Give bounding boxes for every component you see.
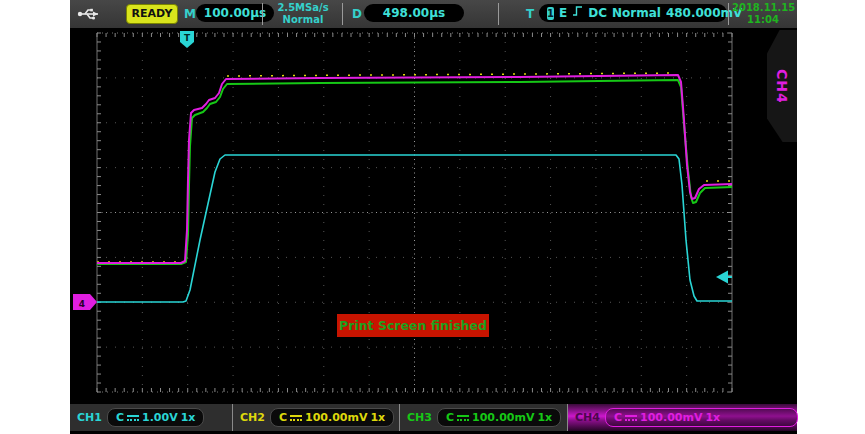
top-status-bar: READY M 100.00µs 2.5MSa/s Normal D 498.0… — [70, 0, 797, 28]
graticule-grid — [97, 33, 732, 392]
trigger-label: T — [526, 7, 534, 21]
ch1-scale-box[interactable]: C 1.00V 1x — [107, 408, 204, 427]
trigger-level: 480.000mV — [666, 4, 742, 22]
ch1-coupling: C — [116, 411, 124, 424]
ch4-scale-box[interactable]: C 100.00mV 1x — [605, 408, 798, 427]
divider — [262, 3, 263, 25]
time-text: 11:04 — [732, 14, 794, 26]
ch4-probe: 1x — [705, 411, 720, 424]
trigger-level-arrow[interactable] — [716, 271, 732, 284]
svg-text:4: 4 — [79, 299, 85, 309]
tab-ch4-label: CH4 — [774, 69, 790, 104]
ch1-probe: 1x — [181, 411, 196, 424]
dc-coupling-icon — [625, 414, 637, 422]
sample-rate: 2.5MSa/s — [268, 2, 338, 14]
ch2-probe: 1x — [370, 411, 385, 424]
channel-status-bar: CH1 C 1.00V 1x CH2 C 100.00mV 1x CH3 — [70, 404, 797, 431]
status-badge: READY — [126, 4, 178, 24]
trigger-info-box[interactable]: 1 E DC Normal 480.000mV — [539, 4, 727, 22]
ch3-scale-box[interactable]: C 100.00mV 1x — [437, 408, 561, 427]
delay-label: D — [352, 7, 362, 21]
delay-value-box[interactable]: 498.00µs — [364, 4, 464, 22]
ch2-label: CH2 — [240, 411, 265, 424]
print-screen-message: Print Screen finished — [337, 314, 489, 337]
trigger-mode: Normal — [612, 4, 661, 22]
ch3-scale: 100.00mV — [472, 411, 534, 424]
usb-icon — [77, 6, 101, 25]
trigger-coupling: DC — [588, 4, 607, 22]
tab-ch4-menu[interactable]: CH4 — [767, 30, 797, 142]
ch4-scale: 100.00mV — [640, 411, 702, 424]
trigger-position-marker[interactable]: T — [180, 31, 194, 48]
channel-ch4-status-selected[interactable]: CH4 C 100.00mV 1x — [568, 404, 797, 431]
timebase-label: M — [184, 7, 196, 21]
trigger-type: E — [559, 4, 567, 22]
date-text: 2018.11.15 — [732, 2, 794, 14]
ch3-probe: 1x — [537, 411, 552, 424]
acquire-mode: Normal — [268, 14, 338, 26]
channel-ch1-status[interactable]: CH1 C 1.00V 1x — [70, 404, 233, 431]
ch2-scale: 100.00mV — [305, 411, 367, 424]
channel-ch3-status[interactable]: CH3 C 100.00mV 1x — [400, 404, 568, 431]
ch1-label: CH1 — [77, 411, 102, 424]
ch4-label: CH4 — [575, 411, 600, 424]
rising-edge-icon — [572, 4, 583, 22]
ch2-scale-box[interactable]: C 100.00mV 1x — [270, 408, 394, 427]
svg-text:T: T — [184, 33, 191, 43]
ch2-coupling: C — [279, 411, 287, 424]
divider — [498, 3, 499, 25]
trigger-source-badge: 1 — [547, 7, 554, 20]
ch3-coupling: C — [446, 411, 454, 424]
screenshot-root: READY M 100.00µs 2.5MSa/s Normal D 498.0… — [0, 0, 865, 434]
divider — [728, 3, 729, 25]
sample-rate-block: 2.5MSa/s Normal — [268, 2, 338, 26]
divider — [342, 3, 343, 25]
dc-coupling-icon — [127, 414, 139, 422]
datetime-block: 2018.11.15 11:04 — [732, 2, 794, 26]
channel-ch2-status[interactable]: CH2 C 100.00mV 1x — [233, 404, 400, 431]
waveform-display: T 4 — [70, 0, 797, 434]
dc-coupling-icon — [457, 414, 469, 422]
ch1-scale: 1.00V — [142, 411, 178, 424]
ch3-label: CH3 — [407, 411, 432, 424]
dc-coupling-icon — [290, 414, 302, 422]
oscilloscope-screen: READY M 100.00µs 2.5MSa/s Normal D 498.0… — [70, 0, 797, 434]
ch4-coupling: C — [614, 411, 622, 424]
ch4-offset-marker[interactable]: 4 — [73, 294, 97, 310]
